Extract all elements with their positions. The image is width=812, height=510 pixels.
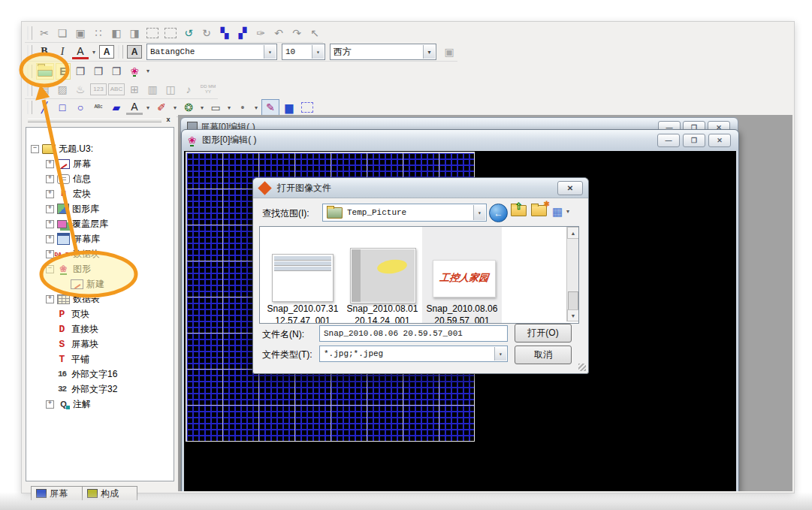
panel-drag-handle[interactable]	[28, 119, 161, 122]
dialog-close-button[interactable]: ✕	[557, 181, 583, 195]
chevron-down-icon[interactable]: ▾	[264, 45, 276, 59]
close-button[interactable]: ✕	[708, 134, 731, 147]
fill-roller-icon[interactable]: ▰	[108, 100, 125, 115]
scroll-up-button[interactable]: ▲	[567, 227, 579, 239]
tab-screen[interactable]: 屏幕	[31, 486, 86, 500]
toolbar-grip[interactable]	[27, 83, 32, 96]
paste-icon[interactable]: ▣	[72, 26, 89, 41]
scroll-down-button[interactable]: ▼	[567, 309, 579, 321]
chevron-down-icon[interactable]: ▾	[473, 205, 485, 220]
font-color-button[interactable]: A	[72, 45, 89, 59]
tree-item[interactable]: +图形库	[26, 201, 174, 216]
cut-icon[interactable]: ✂	[36, 26, 53, 41]
text-color-icon[interactable]: A	[126, 101, 143, 115]
align-dots-icon[interactable]: ∷	[90, 26, 107, 41]
toolbar-grip[interactable]	[118, 45, 123, 59]
tree-item[interactable]: +Q注解	[26, 397, 174, 412]
look-in-select[interactable]: Temp_Picture ▾	[322, 204, 487, 222]
chevron-down-icon[interactable]: ▾	[312, 45, 324, 59]
tile-map-2-icon[interactable]: ▞	[234, 26, 251, 41]
char-frame-button[interactable]: A	[99, 45, 114, 59]
redo-icon[interactable]: ↷	[288, 26, 305, 41]
palette-icon[interactable]: ❂	[180, 100, 197, 115]
tree-item[interactable]: T平铺	[26, 352, 174, 367]
toolbar-grip[interactable]	[27, 65, 32, 78]
toolbar-grip[interactable]	[27, 45, 32, 59]
export-e-button[interactable]: E	[56, 63, 71, 80]
tile-map-1-icon[interactable]: ▚	[216, 26, 233, 41]
tree-expander[interactable]: +	[46, 235, 54, 243]
palette-caret-icon[interactable]: ▾	[198, 104, 206, 111]
file-item[interactable]: Snap_2010.08.0120.14.24_001	[343, 227, 422, 324]
tree-item[interactable]: 16外部文字16	[26, 367, 174, 382]
copy-icon[interactable]: ❏	[54, 26, 71, 41]
tree-expander[interactable]: +	[46, 205, 54, 213]
resize-grip[interactable]	[578, 364, 586, 371]
bar-graph-icon[interactable]: ▥	[144, 82, 161, 97]
rotate-ccw-icon[interactable]: ↺	[180, 26, 197, 41]
calculator-icon[interactable]: ⊞	[126, 82, 143, 97]
tree-item[interactable]: 新建	[26, 276, 174, 291]
bell-icon[interactable]: ♪	[180, 82, 197, 97]
undo-icon[interactable]: ↶	[270, 26, 287, 41]
rotate-cw-icon[interactable]: ↻	[198, 26, 215, 41]
apply-style-icon[interactable]: ▣	[441, 44, 457, 59]
tree-item[interactable]: +DA TA数据块	[26, 246, 174, 261]
tree-item[interactable]: −无题.U3:	[26, 141, 174, 156]
window-preview-icon[interactable]: ❐	[90, 64, 107, 79]
tree-item[interactable]: +屏幕库	[26, 231, 174, 246]
select-region-icon[interactable]	[299, 100, 315, 115]
tree-item[interactable]: 32外部文字32	[26, 382, 174, 397]
shape-merge-icon[interactable]: ◨	[126, 26, 143, 41]
tree-expander[interactable]: +	[46, 250, 54, 258]
shape-style-icon[interactable]: ▭	[207, 100, 224, 115]
tree-expander[interactable]: −	[46, 265, 54, 273]
flower-caret-icon[interactable]: ▾	[144, 68, 152, 74]
shape-style-caret-icon[interactable]: ▾	[225, 104, 233, 111]
window-export-icon[interactable]: ❐	[72, 64, 89, 79]
open-image-button[interactable]	[36, 63, 54, 80]
screen-download-icon[interactable]: ▨	[54, 82, 71, 97]
marquee-1-icon[interactable]	[144, 26, 161, 41]
panel-close-button[interactable]: x	[164, 115, 173, 124]
vertical-scrollbar[interactable]: ▲ ▼	[566, 227, 578, 321]
tree-item[interactable]: +覆盖层库	[26, 216, 174, 231]
file-thumbnail[interactable]	[272, 254, 334, 302]
italic-button[interactable]: I	[54, 44, 71, 59]
toolbar-grip[interactable]	[27, 26, 32, 40]
tree-expander[interactable]: +	[46, 160, 54, 168]
filename-input[interactable]: Snap_2010.08.06 20.59.57_001	[319, 325, 508, 342]
eraser-tool-icon[interactable]: ▆	[281, 100, 297, 115]
tree-item[interactable]: +屏幕	[26, 156, 174, 171]
graphic-flower-button[interactable]: ❀	[126, 64, 143, 79]
line-width-caret-icon[interactable]: ▾	[252, 104, 260, 111]
open-button[interactable]: 打开(O)	[515, 324, 572, 343]
char-invert-button[interactable]: A	[127, 45, 142, 59]
plug-icon[interactable]: ◫	[162, 82, 179, 97]
tree-item[interactable]: P页块	[26, 306, 174, 321]
tree-item[interactable]: +信息	[26, 171, 174, 186]
pin-icon[interactable]: ✑	[252, 26, 269, 41]
tree-item[interactable]: +数据表	[26, 291, 174, 306]
pencil-tool-icon[interactable]: ✎	[261, 99, 279, 116]
file-thumbnail[interactable]	[350, 248, 416, 303]
marker-caret-icon[interactable]: ▾	[171, 104, 179, 111]
tree-item[interactable]: D直接块	[26, 321, 174, 336]
tree-expander[interactable]: +	[46, 220, 54, 228]
marquee-2-icon[interactable]	[162, 26, 179, 41]
new-folder-button[interactable]: ✱	[531, 205, 547, 216]
line-tool-icon[interactable]: ╱	[36, 100, 53, 115]
numeric-field-icon[interactable]: 123	[90, 83, 107, 95]
ellipse-tool-icon[interactable]: ○	[72, 100, 89, 115]
tree-item[interactable]: S屏幕块	[26, 336, 174, 352]
line-width-icon[interactable]: •	[234, 100, 251, 115]
tree-expander[interactable]: +	[46, 175, 54, 183]
minimize-button[interactable]: —	[657, 134, 680, 147]
cancel-button[interactable]: 取消	[515, 346, 572, 364]
tree-expander[interactable]: +	[46, 190, 54, 198]
tree-item[interactable]: −❀图形	[26, 261, 174, 276]
charset-select[interactable]: 西方 ▾	[330, 44, 436, 60]
tree-expander[interactable]: −	[31, 145, 39, 153]
file-item[interactable]: 工控人家园Snap_2010.08.0620.59.57_001	[422, 227, 502, 324]
window-settings-icon[interactable]: ❐	[108, 64, 125, 79]
